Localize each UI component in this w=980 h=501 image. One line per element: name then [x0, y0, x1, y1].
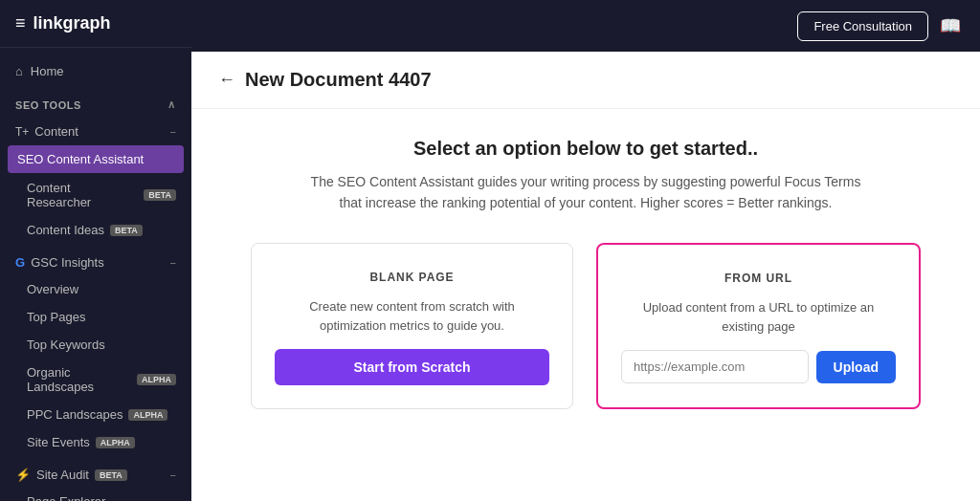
free-consultation-button[interactable]: Free Consultation [797, 11, 928, 41]
content-icon: T+ [15, 125, 29, 139]
from-url-card: FROM URL Upload content from a URL to op… [596, 243, 921, 409]
site-events-badge: Alpha [96, 437, 135, 448]
page-header: ← New Document 4407 [191, 52, 980, 109]
page-explorer-label: Page Explorer [27, 494, 105, 501]
page-title: New Document 4407 [245, 69, 432, 91]
url-input-row: Upload [621, 350, 896, 383]
back-button[interactable]: ← [218, 70, 235, 90]
content-ideas-badge: Beta [110, 225, 143, 236]
sidebar-item-overview[interactable]: Overview [0, 275, 191, 303]
site-audit-chevron: − [170, 469, 176, 481]
seo-tools-chevron: ∧ [167, 98, 176, 111]
seo-content-assistant-label: SEO Content Assistant [17, 152, 144, 166]
seo-tools-section-header: SEO TOOLS ∧ [0, 91, 191, 119]
section-description: The SEO Content Assistant guides your wr… [299, 171, 873, 214]
content-ideas-label: Content Ideas [27, 223, 104, 237]
sidebar-item-seo-content-assistant[interactable]: SEO Content Assistant [8, 145, 184, 173]
ppc-landscapes-badge: Alpha [128, 409, 167, 421]
organic-landscapes-badge: Alpha [137, 374, 176, 385]
gsc-chevron: − [170, 257, 176, 269]
ppc-landscapes-label: PPC Landscapes [27, 407, 122, 422]
main-area: Free Consultation 📖 ← New Document 4407 … [191, 0, 980, 501]
sidebar-item-content-researcher[interactable]: Content Researcher Beta [0, 174, 191, 216]
top-bar: Free Consultation 📖 [191, 0, 980, 52]
gsc-icon: G [15, 255, 25, 270]
start-from-scratch-button[interactable]: Start from Scratch [275, 349, 549, 385]
menu-icon: ≡ [15, 13, 26, 33]
book-icon[interactable]: 📖 [940, 15, 961, 36]
from-url-label: FROM URL [724, 272, 792, 285]
sidebar-item-ppc-landscapes[interactable]: PPC Landscapes Alpha [0, 401, 191, 428]
content-researcher-label: Content Researcher [27, 181, 138, 209]
top-pages-label: Top Pages [27, 310, 85, 324]
site-audit-badge: Beta [95, 469, 127, 481]
gsc-label: GSC Insights [31, 255, 104, 270]
sidebar-item-organic-landscapes[interactable]: Organic Landscapes Alpha [0, 359, 191, 401]
sidebar-item-gsc-insights[interactable]: G GSC Insights − [0, 250, 191, 275]
overview-label: Overview [27, 282, 78, 296]
sidebar-home-label: Home [31, 64, 64, 78]
url-input[interactable] [621, 350, 809, 383]
section-heading: Select an option below to get started.. [413, 138, 758, 160]
blank-page-label: BLANK PAGE [369, 271, 454, 284]
options-cards-row: BLANK PAGE Create new content from scrat… [251, 243, 921, 409]
from-url-description: Upload content from a URL to optimize an… [621, 298, 896, 337]
content-researcher-badge: Beta [144, 189, 176, 201]
sidebar-item-content[interactable]: T+ Content − [0, 119, 191, 144]
site-audit-icon: ⚡ [15, 468, 31, 482]
brand-name: linkgraph [33, 13, 111, 33]
organic-landscapes-label: Organic Landscapes [27, 365, 131, 394]
sidebar-item-top-pages[interactable]: Top Pages [0, 303, 191, 331]
logo[interactable]: ≡ linkgraph [0, 0, 191, 48]
sidebar-item-home[interactable]: ⌂ Home [0, 55, 191, 87]
content-chevron: − [170, 126, 176, 138]
sidebar: ≡ linkgraph ⌂ Home SEO TOOLS ∧ T+ Conten… [0, 0, 191, 501]
content-area: ← New Document 4407 Select an option bel… [191, 52, 980, 501]
sidebar-item-content-ideas[interactable]: Content Ideas Beta [0, 216, 191, 244]
site-events-label: Site Events [27, 435, 90, 449]
top-keywords-label: Top Keywords [27, 338, 105, 352]
upload-button[interactable]: Upload [816, 351, 896, 383]
sidebar-item-site-audit[interactable]: ⚡ Site Audit Beta − [0, 462, 191, 488]
site-audit-label: Site Audit [36, 468, 89, 482]
seo-tools-label: SEO TOOLS [15, 99, 81, 111]
content-label: Content [34, 124, 78, 139]
blank-page-card: BLANK PAGE Create new content from scrat… [251, 243, 573, 409]
home-icon: ⌂ [15, 64, 23, 78]
sidebar-item-site-events[interactable]: Site Events Alpha [0, 428, 191, 456]
blank-page-description: Create new content from scratch with opt… [275, 297, 549, 336]
sidebar-item-top-keywords[interactable]: Top Keywords [0, 331, 191, 359]
sidebar-nav: ⌂ Home SEO TOOLS ∧ T+ Content − SEO Cont… [0, 48, 191, 501]
content-body: Select an option below to get started.. … [191, 109, 980, 438]
sidebar-item-page-explorer[interactable]: Page Explorer [0, 488, 191, 501]
